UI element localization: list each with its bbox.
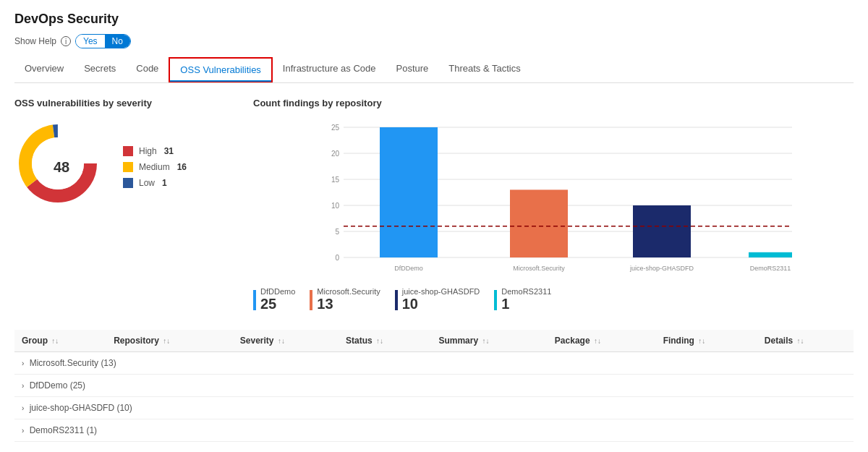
data-table-container: Group ↑↓ Repository ↑↓ Severity ↑↓ Statu… <box>14 330 854 442</box>
sort-summary-icon[interactable]: ↑↓ <box>482 337 489 345</box>
svg-text:25: 25 <box>331 124 340 132</box>
table-row[interactable]: › DfDDemo (25) <box>14 375 854 397</box>
legend-high-label: High <box>139 146 157 156</box>
col-summary: Summary ↑↓ <box>431 330 547 352</box>
legend-low-value: 1 <box>162 178 167 188</box>
svg-text:10: 10 <box>331 202 340 210</box>
expand-chevron-0: › <box>22 359 24 367</box>
bar-microsoft-security[interactable] <box>510 189 568 257</box>
legend-high-color <box>123 146 133 156</box>
repo-legend-demo: DemoRS2311 1 <box>494 287 551 312</box>
legend-high-value: 31 <box>164 146 174 156</box>
legend-low-color <box>123 178 133 188</box>
nav-tabs: Overview Secrets Code OSS Vulnerabilitie… <box>14 57 854 83</box>
expand-chevron-2: › <box>22 404 24 412</box>
tab-posture[interactable]: Posture <box>386 57 438 82</box>
donut-container: 48 High 31 Medium 16 Low <box>14 120 231 214</box>
donut-center-value: 48 <box>54 159 69 176</box>
svg-text:15: 15 <box>331 176 340 184</box>
table-row[interactable]: › Microsoft.Security (13) <box>14 352 854 375</box>
svg-text:0: 0 <box>335 254 339 262</box>
repo-legend-juice: juice-shop-GHASDFD 10 <box>395 287 480 312</box>
sort-details-icon[interactable]: ↑↓ <box>797 337 804 345</box>
col-group: Group ↑↓ <box>14 330 106 352</box>
donut-title: OSS vulnerabilities by severity <box>14 98 231 108</box>
legend-high: High 31 <box>123 146 187 156</box>
svg-text:DemoRS2311: DemoRS2311 <box>750 265 791 272</box>
repo-legend: DfDDemo 25 Microsoft.Security 13 <box>253 287 854 312</box>
legend-medium-label: Medium <box>139 162 170 172</box>
bar-juice-shop[interactable] <box>633 205 691 257</box>
repo-legend-count-microsoft: 13 <box>317 296 380 312</box>
repo-legend-count-juice: 10 <box>402 296 480 312</box>
donut-panel: OSS vulnerabilities by severity 48 <box>14 98 231 312</box>
legend-medium-color <box>123 162 133 172</box>
sort-package-icon[interactable]: ↑↓ <box>594 337 601 345</box>
col-details: Details ↑↓ <box>757 330 854 352</box>
main-content: OSS vulnerabilities by severity 48 <box>14 98 854 312</box>
expand-chevron-1: › <box>22 382 24 390</box>
tab-code[interactable]: Code <box>126 57 169 82</box>
col-status: Status ↑↓ <box>339 330 431 352</box>
repo-legend-bar-microsoft <box>310 290 312 310</box>
bar-chart-area: 25 20 15 10 5 0 <box>253 120 854 312</box>
bar-chart-panel: Count findings by repository 25 20 15 10 <box>253 98 854 312</box>
bar-chart-svg: 25 20 15 10 5 0 <box>253 120 854 279</box>
svg-text:5: 5 <box>335 228 339 236</box>
svg-text:juice-shop-GHASDFD: juice-shop-GHASDFD <box>629 265 694 272</box>
repo-legend-name-demo: DemoRS2311 <box>501 287 551 296</box>
repo-legend-bar-demo <box>494 290 497 310</box>
table-header-row: Group ↑↓ Repository ↑↓ Severity ↑↓ Statu… <box>14 330 854 352</box>
donut-legend: High 31 Medium 16 Low 1 <box>123 146 187 188</box>
repo-legend-microsoft: Microsoft.Security 13 <box>310 287 380 312</box>
repo-legend-count-demo: 1 <box>501 296 551 312</box>
tab-overview[interactable]: Overview <box>14 57 74 82</box>
col-severity: Severity ↑↓ <box>233 330 339 352</box>
sort-group-icon[interactable]: ↑↓ <box>51 337 59 345</box>
row-label-3: DemoRS2311 (1) <box>30 425 97 435</box>
show-help-label: Show Help <box>14 36 56 46</box>
help-toggle[interactable]: Yes No <box>75 34 131 48</box>
show-help-row: Show Help i Yes No <box>14 34 854 48</box>
col-package: Package ↑↓ <box>548 330 656 352</box>
tab-threats[interactable]: Threats & Tactics <box>438 57 530 82</box>
sort-finding-icon[interactable]: ↑↓ <box>698 337 705 345</box>
col-repository: Repository ↑↓ <box>106 330 233 352</box>
vulnerabilities-table: Group ↑↓ Repository ↑↓ Severity ↑↓ Statu… <box>14 330 854 442</box>
repo-legend-name-microsoft: Microsoft.Security <box>317 287 380 296</box>
svg-text:Microsoft.Security: Microsoft.Security <box>513 265 565 272</box>
svg-text:20: 20 <box>331 150 340 158</box>
repo-legend-name-juice: juice-shop-GHASDFD <box>402 287 480 296</box>
sort-severity-icon[interactable]: ↑↓ <box>278 337 285 345</box>
row-label-2: juice-shop-GHASDFD (10) <box>30 403 132 413</box>
table-row[interactable]: › DemoRS2311 (1) <box>14 419 854 442</box>
tab-iac[interactable]: Infrastructure as Code <box>273 57 386 82</box>
repo-legend-bar-juice <box>395 290 398 310</box>
svg-text:DfDDemo: DfDDemo <box>394 265 423 272</box>
table-row[interactable]: › juice-shop-GHASDFD (10) <box>14 397 854 419</box>
toggle-no[interactable]: No <box>105 35 130 48</box>
tab-secrets[interactable]: Secrets <box>74 57 126 82</box>
col-finding: Finding ↑↓ <box>656 330 757 352</box>
legend-low: Low 1 <box>123 178 187 188</box>
page-title: DevOps Security <box>14 12 854 27</box>
bar-dfddemo[interactable] <box>380 127 438 257</box>
sort-repository-icon[interactable]: ↑↓ <box>163 337 170 345</box>
legend-low-label: Low <box>139 178 155 188</box>
row-label-0: Microsoft.Security (13) <box>30 358 116 368</box>
row-label-1: DfDDemo (25) <box>30 380 85 391</box>
expand-chevron-3: › <box>22 427 24 435</box>
sort-status-icon[interactable]: ↑↓ <box>376 337 383 345</box>
repo-legend-dfddemo: DfDDemo 25 <box>253 287 295 312</box>
legend-medium: Medium 16 <box>123 162 187 172</box>
legend-medium-value: 16 <box>177 162 187 172</box>
repo-legend-count-dfddemo: 25 <box>260 296 295 312</box>
repo-legend-name-dfddemo: DfDDemo <box>260 287 295 296</box>
info-icon[interactable]: i <box>61 36 71 46</box>
repo-legend-bar-dfddemo <box>253 290 256 310</box>
bar-chart-title: Count findings by repository <box>253 98 854 108</box>
bar-demors2311[interactable] <box>749 252 792 257</box>
tab-oss[interactable]: OSS Vulnerabilities <box>169 57 273 82</box>
toggle-yes[interactable]: Yes <box>76 35 105 48</box>
donut-chart: 48 <box>14 120 109 214</box>
